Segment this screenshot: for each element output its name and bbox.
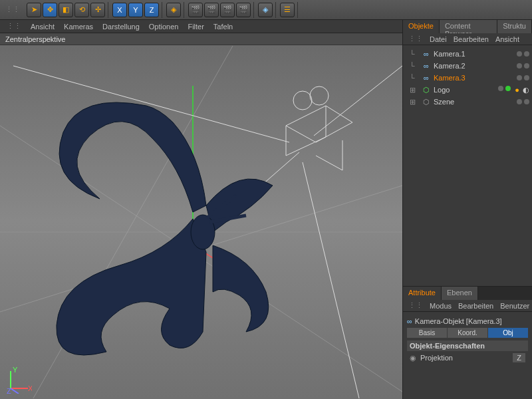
move-tool[interactable]: ✥ [43, 3, 57, 17]
null-icon: ⬡ [422, 97, 431, 106]
clapper1-button[interactable]: 🎬 [188, 3, 203, 17]
axis-x-label: X [28, 384, 32, 392]
camera-icon: ∞ [422, 73, 431, 82]
right-panel: Objekte Content Browser Struktu ⋮⋮ Datei… [402, 20, 532, 399]
expand-icon[interactable]: ⊞ [406, 86, 419, 94]
obj-szene[interactable]: ⊞⬡ Szene [403, 96, 532, 108]
layer-tools: ☰ [277, 2, 298, 18]
svg-point-13 [191, 215, 215, 249]
perspective-label: Zentralperspektive [5, 35, 66, 43]
viewport-label: Zentralperspektive [0, 33, 402, 45]
menu-bearbeiten2[interactable]: Bearbeiten [458, 302, 493, 310]
menu-tafeln[interactable]: Tafeln [213, 23, 233, 31]
tab-objekte[interactable]: Objekte [403, 20, 440, 33]
attr-subtabs: Basis Koord. Obj [407, 328, 528, 338]
render-button[interactable]: ◈ [258, 3, 273, 17]
camera-icon: ∞ [407, 317, 412, 325]
tab-ebenen[interactable]: Ebenen [442, 287, 478, 300]
obj-label: Kamera.2 [434, 62, 514, 70]
viewport-menu: ⋮⋮ Ansicht Kameras Darstellung Optionen … [0, 20, 402, 33]
menu-kameras[interactable]: Kameras [64, 23, 93, 31]
panel-grip-icon: ⋮⋮ [408, 301, 423, 310]
clapper2-button[interactable]: 🎬 [204, 3, 219, 17]
expand-icon[interactable]: ⊞ [406, 98, 419, 106]
obj-label: Szene [434, 98, 514, 106]
axis-y-button[interactable]: Y [128, 3, 143, 17]
clapper4-button[interactable]: 🎬 [236, 3, 251, 17]
rotate-tool[interactable]: ⟲ [74, 3, 89, 17]
crosshair-tool[interactable]: ✢ [90, 3, 105, 17]
transform-tools: ➤ ✥ ◧ ⟲ ✢ [24, 2, 108, 18]
axis-gizmo[interactable]: Y X Z [5, 367, 32, 394]
subtab-basis[interactable]: Basis [407, 328, 447, 338]
axis-x-button[interactable]: X [112, 3, 127, 17]
cube-tool[interactable]: ◈ [166, 3, 181, 17]
clapper3-button[interactable]: 🎬 [220, 3, 235, 17]
obj-kamera2[interactable]: └∞ Kamera.2 [403, 60, 532, 72]
obj-kamera1[interactable]: └∞ Kamera.1 [403, 48, 532, 60]
menu-optionen[interactable]: Optionen [149, 23, 179, 31]
attr-object-title: ∞ Kamera-Objekt [Kamera.3] [407, 317, 528, 325]
axis-z-button[interactable]: Z [144, 3, 159, 17]
section-header: Objekt-Eigenschaften [407, 340, 528, 351]
tag-icon[interactable]: ● [515, 86, 519, 94]
obj-label: Kamera.1 [434, 50, 514, 58]
menu-bearbeiten[interactable]: Bearbeiten [454, 35, 489, 43]
attr-menu: ⋮⋮ Modus Bearbeiten Benutzer [403, 300, 532, 312]
cursor-tool[interactable]: ➤ [27, 3, 41, 17]
obj-label: Kamera.3 [434, 74, 514, 82]
menu-filter[interactable]: Filter [188, 23, 203, 31]
obj-label: Logo [434, 86, 495, 94]
object-tree[interactable]: └∞ Kamera.1 └∞ Kamera.2 └∞ Kamera.3 ⊞⬡ L… [403, 45, 532, 286]
axis-y-label: Y [13, 367, 18, 374]
tab-struktur[interactable]: Struktu [497, 20, 532, 33]
obj-kamera3[interactable]: └∞ Kamera.3 [403, 72, 532, 84]
menu-darstellung[interactable]: Darstellung [102, 23, 140, 31]
bullet-icon: ◉ [410, 354, 416, 362]
scale-tool[interactable]: ◧ [59, 3, 73, 17]
subtab-objekt[interactable]: Obj [488, 328, 528, 338]
viewport-panel: ⋮⋮ Ansicht Kameras Darstellung Optionen … [0, 20, 402, 399]
menu-datei[interactable]: Datei [430, 35, 447, 43]
tab-attribute[interactable]: Attribute [403, 287, 442, 300]
axis-tools: X Y Z [110, 2, 162, 18]
svg-point-8 [310, 86, 329, 105]
prop-label: Projektion [420, 354, 453, 362]
viewport-grip-icon: ⋮⋮ [7, 22, 21, 31]
toolbar-grip-icon: ⋮⋮ [5, 5, 20, 14]
object-tools: ◈ [164, 2, 184, 18]
menu-ansicht2[interactable]: Ansicht [495, 35, 519, 43]
menu-benutzer[interactable]: Benutzer [500, 302, 529, 310]
viewport-3d[interactable]: Y X Z [0, 45, 402, 399]
camera-icon: ∞ [422, 61, 431, 70]
attributes-panel: Attribute Ebenen ⋮⋮ Modus Bearbeiten Ben… [403, 286, 532, 399]
render-tools: ◈ [255, 2, 276, 18]
prop-projektion: ◉ Projektion Z [407, 351, 528, 364]
null-icon: ⬡ [422, 85, 431, 94]
panel-grip-icon: ⋮⋮ [408, 35, 423, 43]
svg-line-11 [303, 162, 359, 398]
axis-z-label: Z [7, 387, 11, 394]
prop-value[interactable]: Z [513, 353, 525, 362]
material-tag-icon[interactable]: ◐ [523, 86, 529, 94]
objects-menu: ⋮⋮ Datei Bearbeiten Ansicht [403, 33, 532, 45]
main-toolbar: ⋮⋮ ➤ ✥ ◧ ⟲ ✢ X Y Z ◈ 🎬 🎬 🎬 🎬 ◈ ☰ [0, 0, 532, 20]
subtab-koord[interactable]: Koord. [448, 328, 487, 338]
tab-content-browser[interactable]: Content Browser [440, 20, 497, 33]
obj-logo[interactable]: ⊞⬡ Logo ●◐ [403, 84, 532, 96]
menu-ansicht[interactable]: Ansicht [31, 23, 55, 31]
attr-tabs: Attribute Ebenen [403, 287, 532, 300]
objects-tabs: Objekte Content Browser Struktu [403, 20, 532, 33]
svg-point-7 [293, 91, 312, 110]
anim-tools: 🎬 🎬 🎬 🎬 [186, 2, 254, 18]
menu-modus[interactable]: Modus [430, 302, 452, 310]
svg-line-18 [11, 388, 19, 394]
camera-icon: ∞ [422, 49, 431, 59]
layers-button[interactable]: ☰ [280, 3, 295, 17]
